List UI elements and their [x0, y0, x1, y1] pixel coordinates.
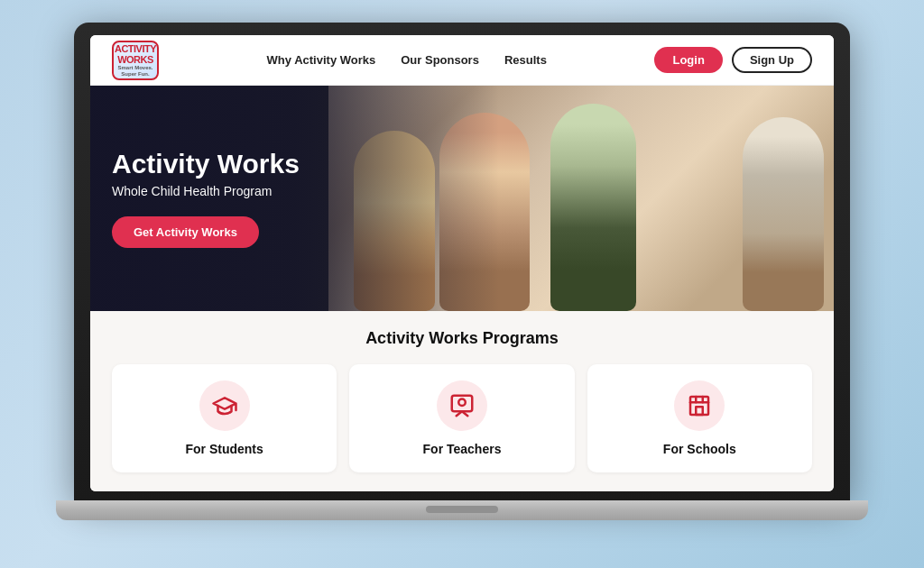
graduation-cap-icon: [211, 392, 238, 419]
laptop-base: [56, 500, 868, 520]
nav-item-sponsors[interactable]: Our Sponsors: [401, 53, 479, 67]
website-container: ACTIVITYWORKS Smart Moves. Super Fun. Wh…: [90, 35, 834, 491]
hero-section: Activity Works Whole Child Health Progra…: [90, 86, 834, 311]
laptop-frame: ACTIVITYWORKS Smart Moves. Super Fun. Wh…: [74, 23, 850, 545]
programs-section: Activity Works Programs For Students: [90, 311, 834, 491]
program-card-schools[interactable]: For Schools: [587, 364, 812, 472]
program-label-schools: For Schools: [663, 442, 736, 456]
hero-subtitle: Whole Child Health Program: [112, 184, 300, 198]
programs-title: Activity Works Programs: [112, 329, 812, 348]
login-button[interactable]: Login: [654, 47, 722, 73]
nav-item-why[interactable]: Why Activity Works: [267, 53, 376, 67]
laptop-screen-frame: ACTIVITYWORKS Smart Moves. Super Fun. Wh…: [74, 23, 850, 500]
school-icon: [686, 392, 713, 419]
program-card-students[interactable]: For Students: [112, 364, 337, 472]
laptop-screen: ACTIVITYWORKS Smart Moves. Super Fun. Wh…: [90, 35, 834, 491]
signup-button[interactable]: Sign Up: [732, 47, 812, 73]
kid-figure-3: [550, 104, 636, 311]
programs-grid: For Students For Teachers: [112, 364, 812, 472]
navbar: ACTIVITYWORKS Smart Moves. Super Fun. Wh…: [90, 35, 834, 86]
program-label-teachers: For Teachers: [423, 442, 502, 456]
hero-cta-button[interactable]: Get Activity Works: [112, 216, 259, 248]
program-card-teachers[interactable]: For Teachers: [349, 364, 574, 472]
hero-content: Activity Works Whole Child Health Progra…: [112, 149, 300, 248]
program-icon-bg-teachers: [437, 380, 487, 431]
logo-badge: ACTIVITYWORKS Smart Moves. Super Fun.: [112, 41, 159, 80]
logo-area: ACTIVITYWORKS Smart Moves. Super Fun.: [112, 41, 159, 80]
logo-main-text: ACTIVITYWORKS: [115, 43, 156, 65]
kid-figure-4: [743, 117, 824, 311]
program-label-students: For Students: [185, 442, 263, 456]
nav-links: Why Activity Works Our Sponsors Results: [267, 53, 547, 67]
program-icon-bg-schools: [674, 380, 725, 431]
program-icon-bg-students: [199, 380, 250, 431]
logo-sub-text: Smart Moves. Super Fun.: [116, 65, 155, 77]
svg-rect-3: [697, 407, 704, 415]
nav-item-results[interactable]: Results: [504, 53, 547, 67]
svg-point-1: [458, 399, 466, 407]
hero-title: Activity Works: [112, 149, 300, 179]
nav-buttons: Login Sign Up: [654, 47, 812, 73]
teacher-icon: [448, 392, 476, 419]
